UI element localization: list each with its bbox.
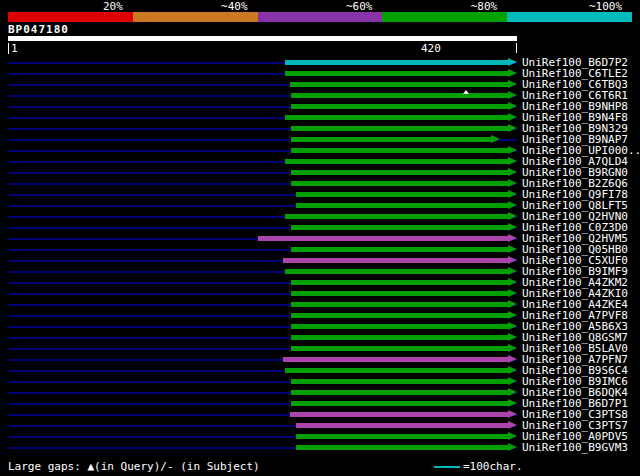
- alignment-bar[interactable]: [283, 258, 508, 263]
- alignment-arrowhead-icon[interactable]: [508, 410, 517, 418]
- key-label: ~60%: [346, 1, 373, 12]
- alignment-bar[interactable]: [285, 60, 508, 65]
- alignment-arrowhead-icon[interactable]: [508, 366, 517, 374]
- scalebar-line-icon: [434, 466, 460, 468]
- alignment-bar[interactable]: [291, 225, 508, 230]
- alignment-arrowhead-icon[interactable]: [508, 179, 517, 187]
- alignment-arrowhead-icon[interactable]: [508, 377, 517, 385]
- alignment-bar[interactable]: [291, 181, 508, 186]
- alignment-arrowhead-icon[interactable]: [508, 58, 517, 66]
- alignment-arrowhead-icon[interactable]: [508, 201, 517, 209]
- scale-end-tick: [516, 43, 517, 53]
- alignment-arrowhead-icon[interactable]: [508, 432, 517, 440]
- alignment-arrowhead-icon[interactable]: [508, 190, 517, 198]
- alignment-rows: UniRef100_B6D7P2UniRef100_C6TLE2UniRef10…: [0, 57, 640, 453]
- alignment-bar[interactable]: [283, 357, 508, 362]
- alignment-bar[interactable]: [291, 324, 508, 329]
- alignment-bar[interactable]: [291, 313, 508, 318]
- alignment-bar[interactable]: [291, 148, 508, 153]
- alignment-arrowhead-icon[interactable]: [508, 245, 517, 253]
- alignment-arrowhead-icon[interactable]: [508, 212, 517, 220]
- alignment-bar[interactable]: [285, 115, 508, 120]
- alignment-arrowhead-icon[interactable]: [508, 234, 517, 242]
- key-segment: [8, 12, 133, 22]
- alignment-bar[interactable]: [291, 137, 491, 142]
- alignment-arrowhead-icon[interactable]: [508, 289, 517, 297]
- alignment-arrowhead-icon[interactable]: [508, 388, 517, 396]
- alignment-arrowhead-icon[interactable]: [491, 135, 500, 143]
- alignment-bar[interactable]: [291, 401, 508, 406]
- key-label: ~40%: [221, 1, 248, 12]
- alignment-bar[interactable]: [296, 423, 508, 428]
- alignment-bar[interactable]: [290, 82, 508, 87]
- alignment-bar[interactable]: [296, 434, 508, 439]
- hit-label[interactable]: UniRef100_B9GVM3: [522, 442, 628, 453]
- alignment-arrowhead-icon[interactable]: [508, 344, 517, 352]
- alignment-bar[interactable]: [291, 302, 508, 307]
- alignment-bar[interactable]: [291, 379, 508, 384]
- alignment-arrowhead-icon[interactable]: [508, 223, 517, 231]
- alignment-bar[interactable]: [291, 126, 508, 131]
- alignment-bar[interactable]: [291, 390, 508, 395]
- key-label: ~100%: [589, 1, 622, 12]
- alignment-arrowhead-icon[interactable]: [508, 256, 517, 264]
- alignment-bar[interactable]: [291, 247, 508, 252]
- scale-end-label: 420: [421, 43, 441, 54]
- identity-key-labels: 20%~40%~60%~80%~100%: [0, 1, 640, 12]
- alignment-arrowhead-icon[interactable]: [508, 157, 517, 165]
- alignment-bar[interactable]: [285, 214, 508, 219]
- alignment-bar[interactable]: [291, 335, 508, 340]
- alignment-row: UniRef100_B9GVM3: [0, 442, 640, 453]
- alignment-bar[interactable]: [285, 71, 508, 76]
- key-segment: [507, 12, 632, 22]
- alignment-bar[interactable]: [291, 170, 508, 175]
- gap-marker-icon: [463, 90, 469, 94]
- blast-graphical-overview: 20%~40%~60%~80%~100% BP047180 1 420 UniR…: [0, 0, 640, 476]
- alignment-arrowhead-icon[interactable]: [508, 80, 517, 88]
- key-segment: [382, 12, 507, 22]
- alignment-arrowhead-icon[interactable]: [508, 322, 517, 330]
- scale-start-label: 1: [8, 43, 18, 54]
- alignment-arrowhead-icon[interactable]: [508, 146, 517, 154]
- alignment-arrowhead-icon[interactable]: [508, 443, 517, 451]
- key-label: ~80%: [471, 1, 498, 12]
- alignment-bar[interactable]: [285, 269, 508, 274]
- alignment-bar[interactable]: [291, 280, 508, 285]
- alignment-arrowhead-icon[interactable]: [508, 267, 517, 275]
- key-label: 20%: [103, 1, 123, 12]
- scalebar-legend: =100char.: [434, 460, 523, 473]
- identity-key-bar: [8, 12, 632, 22]
- alignment-arrowhead-icon[interactable]: [508, 421, 517, 429]
- alignment-arrowhead-icon[interactable]: [508, 300, 517, 308]
- alignment-bar[interactable]: [285, 159, 508, 164]
- scalebar-text: =100char.: [463, 461, 523, 472]
- alignment-bar[interactable]: [291, 346, 508, 351]
- alignment-arrowhead-icon[interactable]: [508, 91, 517, 99]
- alignment-bar[interactable]: [291, 104, 508, 109]
- alignment-bar[interactable]: [296, 445, 508, 450]
- alignment-bar[interactable]: [296, 192, 508, 197]
- alignment-arrowhead-icon[interactable]: [508, 69, 517, 77]
- alignment-bar[interactable]: [296, 203, 508, 208]
- alignment-bar[interactable]: [291, 291, 508, 296]
- alignment-bar[interactable]: [291, 93, 508, 98]
- alignment-arrowhead-icon[interactable]: [508, 113, 517, 121]
- alignment-arrowhead-icon[interactable]: [508, 333, 517, 341]
- alignment-arrowhead-icon[interactable]: [508, 168, 517, 176]
- gaps-legend: Large gaps: ▲(in Query)/- (in Subject): [8, 461, 260, 472]
- alignment-arrowhead-icon[interactable]: [508, 278, 517, 286]
- alignment-bar[interactable]: [290, 412, 508, 417]
- query-name: BP047180: [8, 24, 69, 35]
- alignment-arrowhead-icon[interactable]: [508, 311, 517, 319]
- alignment-arrowhead-icon[interactable]: [508, 399, 517, 407]
- alignment-arrowhead-icon[interactable]: [508, 102, 517, 110]
- alignment-arrowhead-icon[interactable]: [508, 124, 517, 132]
- query-bar: [8, 36, 517, 41]
- alignment-bar[interactable]: [285, 368, 508, 373]
- alignment-bar[interactable]: [258, 236, 508, 241]
- alignment-arrowhead-icon[interactable]: [508, 355, 517, 363]
- key-segment: [133, 12, 258, 22]
- key-segment: [258, 12, 383, 22]
